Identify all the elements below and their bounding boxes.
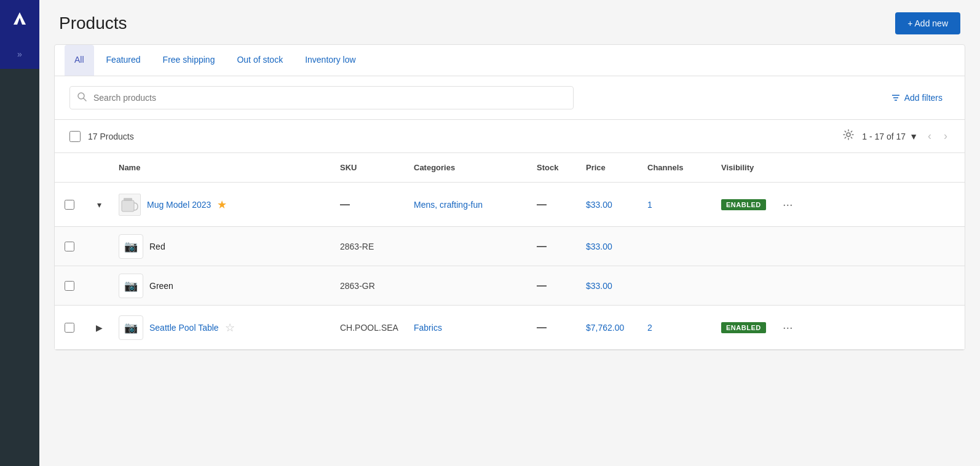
pagination-dropdown-icon[interactable]: ▼ [909,132,918,141]
add-new-button[interactable]: + Add new [895,12,960,34]
tab-out-of-stock[interactable]: Out of stock [227,45,293,76]
products-card: All Featured Free shipping Out of stock … [54,44,965,350]
page-header: Products + Add new [39,0,980,44]
categories-cell [409,242,532,251]
product-count: 17 Products [88,132,842,141]
channels-cell [642,281,716,291]
enabled-badge: ENABLED [721,199,766,210]
price-cell: $7,762.00 [581,318,642,338]
row-checkbox[interactable] [65,323,74,333]
sidebar-bottom-area [0,69,39,466]
camera-icon: 📷 [124,240,138,253]
expand-cell: ▾ [84,200,114,210]
expand-button[interactable]: ▾ [97,200,101,210]
table-controls: 1 - 17 of 17 ▼ ‹ › [842,127,950,145]
categories-cell: Mens, crafting-fun [409,195,532,215]
product-name-text: Red [149,242,165,251]
categories-cell [409,281,532,291]
category-link[interactable]: Mens, crafting-fun [414,200,483,210]
category-link[interactable]: Fabrics [414,323,442,333]
channels-cell [642,242,716,251]
more-actions-cell [778,281,807,291]
product-name-text: Green [149,281,173,291]
row-checkbox[interactable] [65,242,74,251]
svg-point-7 [847,133,850,136]
table-row: 📷 Green 2863-GR — $33.00 [55,266,965,306]
tab-all[interactable]: All [65,45,94,76]
product-thumbnail [119,194,141,216]
featured-star-icon[interactable]: ★ [217,198,227,211]
table-controls-row: 17 Products 1 - 17 of 17 ▼ ‹ › [55,120,965,153]
camera-icon: 📷 [124,321,138,334]
mug-thumbnail-image [121,195,139,214]
featured-star-icon[interactable]: ☆ [225,321,235,334]
page-title: Products [59,14,127,33]
product-name-cell: 📷 Green [114,269,335,303]
channels-cell: 2 [642,318,716,338]
visibility-cell: ENABLED [716,194,778,215]
sidebar-expand-button[interactable]: » [12,44,27,64]
visibility-cell [716,242,778,251]
col-header-price: Price [581,158,642,177]
col-header-stock: Stock [532,158,581,177]
more-actions-button[interactable]: ··· [783,320,793,334]
stock-cell: — [532,317,581,338]
svg-rect-9 [124,198,132,200]
sidebar: » [0,0,39,466]
svg-rect-0 [9,7,31,30]
columns-settings-button[interactable] [842,128,855,144]
col-header-categories: Categories [409,158,532,177]
product-name-cell: 📷 Red [114,229,335,264]
column-headers: Name SKU Categories Stock Price Channels… [55,153,965,183]
pagination-prev-button[interactable]: ‹ [925,127,934,145]
price-cell: $33.00 [581,276,642,296]
camera-icon: 📷 [124,279,138,293]
product-name-link[interactable]: Seattle Pool Table [149,323,219,333]
sku-cell: 2863-RE [335,237,409,256]
gear-icon [842,128,855,141]
search-input-wrapper [69,86,574,109]
svg-line-3 [84,98,86,101]
col-header-name: Name [114,158,335,177]
sku-cell: 2863-GR [335,276,409,296]
product-name-link[interactable]: Mug Model 2023 [147,200,211,210]
more-actions-button[interactable]: ··· [783,197,793,211]
row-checkbox-cell [55,281,84,291]
add-filters-button[interactable]: Add filters [883,88,950,108]
more-actions-cell [778,242,807,251]
row-checkbox-cell [55,242,84,251]
expand-cell: ▶ [84,323,114,333]
stock-cell: — [532,194,581,215]
search-area: Add filters [55,76,965,120]
select-all-checkbox[interactable] [69,131,81,142]
col-header-visibility: Visibility [716,158,778,177]
product-thumbnail: 📷 [119,234,143,259]
product-name-cell: 📷 Seattle Pool Table ☆ [114,310,335,345]
search-input[interactable] [69,86,574,109]
products-table-body: ▾ Mug Model 2023 ★ — Mens, crafti [55,183,965,350]
product-thumbnail: 📷 [119,274,143,298]
filter-tabs: All Featured Free shipping Out of stock … [55,45,965,76]
stock-cell: — [532,236,581,257]
filter-icon [891,93,901,103]
col-header-sku: SKU [335,158,409,177]
price-cell: $33.00 [581,195,642,215]
visibility-cell [716,281,778,291]
price-cell: $33.00 [581,237,642,256]
enabled-badge: ENABLED [721,322,766,333]
channels-cell: 1 [642,195,716,215]
row-checkbox[interactable] [65,200,74,210]
tab-free-shipping[interactable]: Free shipping [153,45,225,76]
tab-inventory-low[interactable]: Inventory low [295,45,365,76]
row-checkbox-cell [55,323,84,333]
table-row: ▾ Mug Model 2023 ★ — Mens, crafti [55,183,965,227]
expand-button[interactable]: ▶ [96,323,103,333]
product-name-cell: Mug Model 2023 ★ [114,189,335,221]
sku-cell: CH.POOL.SEA [335,318,409,338]
row-checkbox-cell [55,200,84,210]
logo[interactable] [9,7,31,30]
pagination-info: 1 - 17 of 17 ▼ [862,132,918,141]
pagination-next-button[interactable]: › [941,127,950,145]
row-checkbox[interactable] [65,281,74,291]
tab-featured[interactable]: Featured [97,45,151,76]
